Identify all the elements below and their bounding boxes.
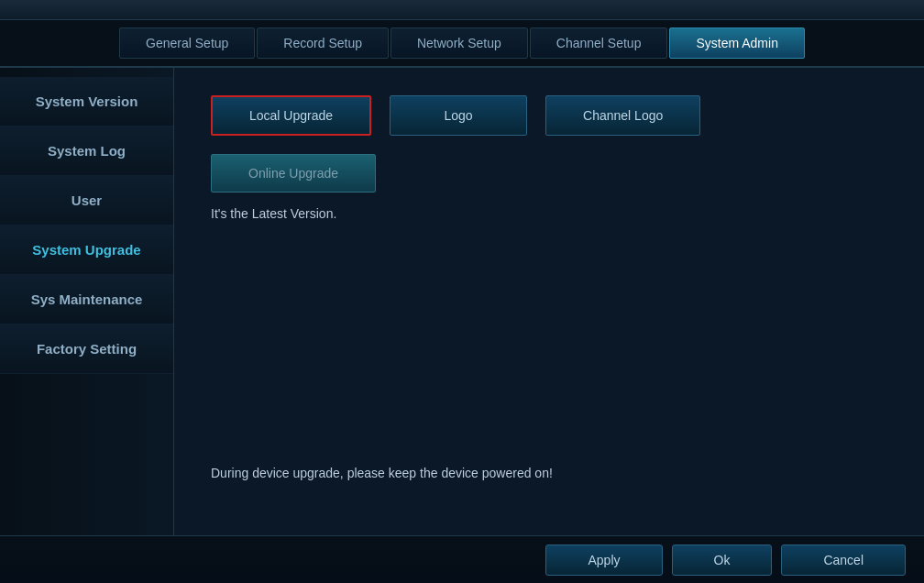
tab-channel-setup[interactable]: Channel Setup bbox=[530, 28, 668, 59]
tab-navigation: General Setup Record Setup Network Setup… bbox=[0, 20, 924, 68]
logo-button[interactable]: Logo bbox=[390, 95, 527, 136]
sidebar-item-system-version[interactable]: System Version bbox=[0, 77, 173, 126]
bottom-bar: Apply Ok Cancel bbox=[0, 535, 924, 583]
tab-network-setup[interactable]: Network Setup bbox=[390, 28, 528, 59]
sidebar: System Version System Log User System Up… bbox=[0, 68, 174, 535]
tab-general-setup[interactable]: General Setup bbox=[119, 28, 255, 59]
tab-system-admin[interactable]: System Admin bbox=[669, 28, 804, 59]
sidebar-item-user[interactable]: User bbox=[0, 176, 173, 226]
local-upgrade-button[interactable]: Local Upgrade bbox=[211, 95, 371, 136]
ok-button[interactable]: Ok bbox=[672, 544, 773, 576]
apply-button[interactable]: Apply bbox=[545, 544, 662, 576]
warning-text: During device upgrade, please keep the d… bbox=[211, 466, 553, 480]
online-upgrade-button[interactable]: Online Upgrade bbox=[211, 154, 376, 192]
content-button-row: Local Upgrade Logo Channel Logo bbox=[211, 95, 887, 136]
cancel-button[interactable]: Cancel bbox=[781, 544, 906, 576]
main-layout: System Version System Log User System Up… bbox=[0, 68, 924, 535]
top-bar bbox=[0, 0, 924, 20]
sidebar-item-sys-maintenance[interactable]: Sys Maintenance bbox=[0, 275, 173, 324]
tab-record-setup[interactable]: Record Setup bbox=[257, 28, 389, 59]
sidebar-item-system-log[interactable]: System Log bbox=[0, 126, 173, 176]
channel-logo-button[interactable]: Channel Logo bbox=[545, 95, 700, 136]
sidebar-item-system-upgrade[interactable]: System Upgrade bbox=[0, 226, 173, 275]
status-text: It's the Latest Version. bbox=[211, 206, 887, 221]
sidebar-item-factory-setting[interactable]: Factory Setting bbox=[0, 324, 173, 374]
content-area: Local Upgrade Logo Channel Logo Online U… bbox=[174, 68, 924, 535]
